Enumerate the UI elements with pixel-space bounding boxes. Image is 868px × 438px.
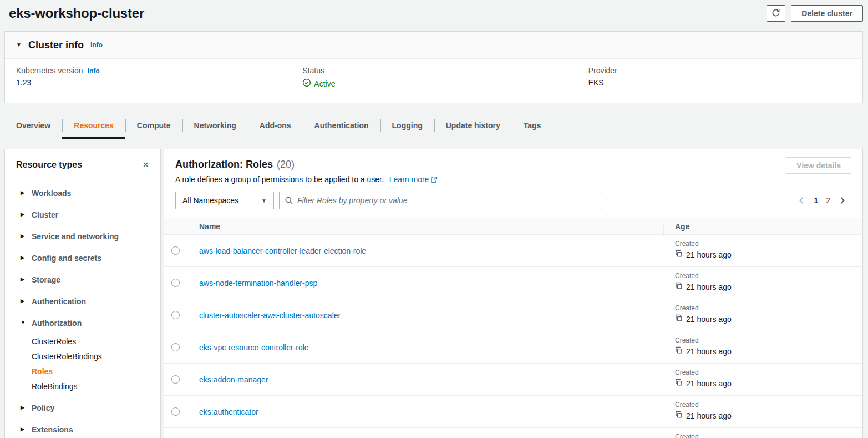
- row-radio[interactable]: [171, 343, 180, 351]
- copy-icon[interactable]: [675, 346, 683, 356]
- age-value: 21 hours ago: [686, 283, 732, 291]
- tab-resources[interactable]: Resources: [62, 114, 125, 137]
- pagination-page-1[interactable]: 1: [814, 196, 818, 205]
- chevron-right-icon: ▶: [21, 212, 27, 217]
- table-row: aws-node-termination-handler-psp Created…: [164, 267, 862, 299]
- cluster-info-header[interactable]: ▼ Cluster info Info: [5, 32, 862, 59]
- roles-filter-input[interactable]: [279, 192, 602, 209]
- sidebar-item-clusterrolebindings[interactable]: ClusterRoleBindings: [32, 349, 160, 364]
- chevron-right-icon: ▶: [21, 299, 27, 304]
- page-title: eks-workshop-cluster: [9, 6, 144, 21]
- pagination-next-icon[interactable]: [838, 196, 847, 205]
- sidebar-item-label: Service and networking: [32, 232, 119, 241]
- column-header-age[interactable]: Age: [663, 222, 862, 231]
- row-radio[interactable]: [171, 375, 180, 384]
- sidebar-item-config-and-secrets[interactable]: ▶ Config and secrets: [21, 247, 160, 269]
- copy-icon[interactable]: [675, 314, 683, 324]
- learn-more-link[interactable]: Learn more: [389, 175, 429, 184]
- copy-icon[interactable]: [675, 411, 683, 420]
- tab-authentication[interactable]: Authentication: [303, 114, 380, 137]
- sidebar-item-authorization[interactable]: ▼ Authorization: [21, 312, 160, 334]
- age-value: 21 hours ago: [686, 315, 732, 324]
- row-radio[interactable]: [171, 246, 180, 255]
- delete-cluster-button[interactable]: Delete cluster: [791, 5, 863, 22]
- role-name-link[interactable]: eks-vpc-resource-controller-role: [199, 343, 309, 352]
- copy-icon[interactable]: [675, 282, 683, 291]
- close-icon[interactable]: ✕: [140, 159, 151, 171]
- field-provider: Provider EKS: [577, 59, 862, 103]
- kubernetes-version-value: 1.23: [16, 78, 280, 87]
- roles-description: A role defines a group of permissions to…: [175, 175, 384, 184]
- chevron-down-icon: ▼: [16, 42, 22, 48]
- row-radio[interactable]: [171, 279, 180, 287]
- sidebar-item-label: Authorization: [32, 319, 82, 328]
- tab-compute[interactable]: Compute: [125, 114, 182, 137]
- tab-logging[interactable]: Logging: [380, 114, 434, 137]
- table-row: eks-vpc-resource-controller-role Created…: [164, 331, 862, 364]
- chevron-right-icon: ▶: [21, 255, 27, 260]
- cluster-info-card: ▼ Cluster info Info Kubernetes version I…: [4, 31, 863, 103]
- field-label: Kubernetes version: [16, 66, 83, 75]
- chevron-right-icon: ▶: [21, 405, 27, 410]
- sidebar-item-authentication[interactable]: ▶ Authentication: [21, 290, 160, 312]
- provider-value: EKS: [588, 78, 851, 87]
- tab-update-history[interactable]: Update history: [434, 114, 512, 137]
- sidebar-item-storage[interactable]: ▶ Storage: [21, 269, 160, 290]
- role-name-link[interactable]: eks:addon-manager: [199, 375, 268, 384]
- pagination-prev-icon[interactable]: [797, 196, 806, 205]
- sidebar-item-roles[interactable]: Roles: [32, 364, 160, 379]
- sidebar-item-extensions[interactable]: ▶ Extensions: [21, 419, 160, 438]
- cluster-info-info-link[interactable]: Info: [90, 41, 103, 49]
- table-row: eks:authenticator Created 21 hours ago: [164, 396, 862, 428]
- resource-types-list: ▶ Workloads ▶ Cluster ▶ Service and netw…: [5, 177, 160, 438]
- refresh-button[interactable]: [767, 5, 785, 22]
- cluster-info-body: Kubernetes version Info 1.23 Status Acti…: [5, 59, 862, 103]
- status-check-icon: [302, 78, 311, 89]
- field-status: Status Active: [291, 59, 576, 103]
- cluster-tabs: Overview Resources Compute Networking Ad…: [4, 114, 552, 137]
- field-kubernetes-version: Kubernetes version Info 1.23: [5, 59, 291, 103]
- created-label: Created: [675, 401, 862, 409]
- sidebar-item-service-and-networking[interactable]: ▶ Service and networking: [21, 225, 160, 247]
- sidebar-item-cluster[interactable]: ▶ Cluster: [21, 204, 160, 225]
- tab-tags[interactable]: Tags: [512, 114, 553, 137]
- table-header: Name Age: [164, 218, 862, 235]
- view-details-button[interactable]: View details: [786, 157, 851, 174]
- role-name-link[interactable]: cluster-autoscaler-aws-cluster-autoscale…: [199, 311, 341, 320]
- copy-icon[interactable]: [675, 250, 683, 259]
- status-badge: Active: [314, 79, 335, 88]
- chevron-down-icon: ▼: [21, 320, 27, 325]
- pagination-page-2[interactable]: 2: [826, 196, 830, 205]
- roles-table: Name Age aws-load-balancer-controller-le…: [164, 218, 862, 438]
- role-name-link[interactable]: eks:authenticator: [199, 407, 258, 416]
- chevron-right-icon: ▶: [21, 277, 27, 282]
- column-header-name[interactable]: Name: [199, 222, 663, 231]
- age-value: 21 hours ago: [686, 411, 732, 420]
- sidebar-item-policy[interactable]: ▶ Policy: [21, 397, 160, 419]
- role-name-link[interactable]: aws-node-termination-handler-psp: [199, 279, 317, 288]
- search-box: [279, 192, 602, 209]
- resource-types-title: Resource types: [16, 160, 82, 170]
- sidebar-item-clusterroles[interactable]: ClusterRoles: [32, 334, 160, 349]
- chevron-right-icon: ▶: [21, 234, 27, 239]
- role-name-link[interactable]: aws-load-balancer-controller-leader-elec…: [199, 246, 366, 255]
- sidebar-item-label: Workloads: [32, 189, 71, 198]
- pagination: 1 2: [797, 196, 851, 205]
- created-label: Created: [675, 304, 862, 312]
- resource-types-panel: Resource types ✕ ▶ Workloads ▶ Cluster ▶…: [4, 149, 161, 438]
- sidebar-item-label: Storage: [32, 275, 60, 284]
- sidebar-item-label: Authentication: [32, 297, 86, 306]
- search-icon: [285, 196, 293, 207]
- tab-add-ons[interactable]: Add-ons: [248, 114, 303, 137]
- roles-panel: Authorization: Roles (20) View details A…: [164, 149, 863, 438]
- namespace-filter-select[interactable]: All Namespaces ▼: [175, 192, 274, 209]
- tab-overview[interactable]: Overview: [4, 114, 62, 137]
- header-actions: Delete cluster: [767, 5, 863, 22]
- copy-icon[interactable]: [675, 379, 683, 388]
- row-radio[interactable]: [171, 311, 180, 319]
- row-radio[interactable]: [171, 407, 180, 416]
- sidebar-item-workloads[interactable]: ▶ Workloads: [21, 182, 160, 204]
- kubernetes-version-info-link[interactable]: Info: [88, 67, 100, 75]
- sidebar-item-rolebindings[interactable]: RoleBindings: [32, 379, 160, 394]
- tab-networking[interactable]: Networking: [182, 114, 248, 137]
